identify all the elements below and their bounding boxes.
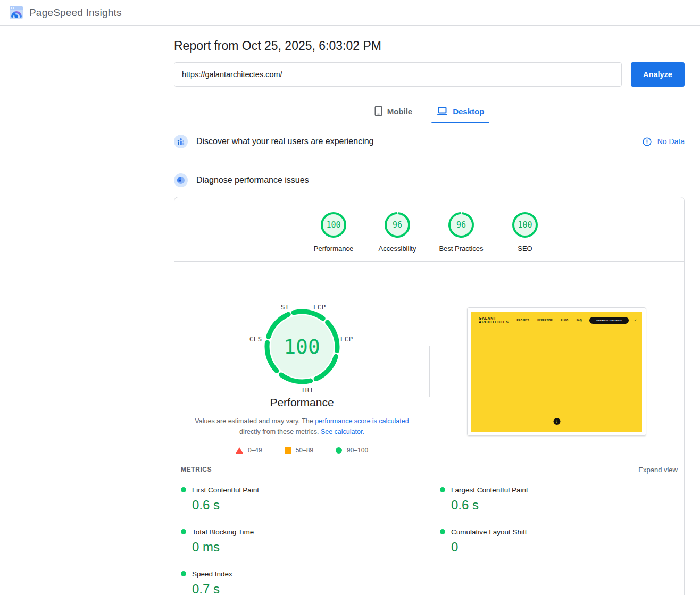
expand-view-toggle[interactable]: Expand view <box>638 466 678 474</box>
site-links: PROJETS EXPERTISE BLOG FAQ <box>516 319 582 322</box>
category-seo[interactable]: 100 SEO <box>493 210 557 253</box>
tab-mobile[interactable]: Mobile <box>369 103 418 122</box>
legend-average-range: 50–89 <box>296 447 313 454</box>
category-scores: 100 Performance 96 Accessibility <box>174 197 684 253</box>
performance-label: Performance <box>302 245 365 253</box>
metric-cls-value: 0 <box>451 540 678 555</box>
url-input[interactable] <box>174 62 622 87</box>
legend-fail: 0–49 <box>236 447 262 454</box>
orange-square-icon <box>285 447 291 454</box>
metric-pass-dot <box>440 529 445 534</box>
metric-tbt-name: Total Blocking Time <box>192 528 254 536</box>
tab-desktop-label: Desktop <box>453 107 484 116</box>
device-tabs: Mobile Desktop <box>174 103 685 122</box>
metric-fcp: First Contentful Paint 0.6 s <box>181 479 419 521</box>
field-data-section: Discover what your real users are experi… <box>174 135 685 148</box>
tab-mobile-label: Mobile <box>387 107 413 116</box>
gauge-column: SI FCP CLS LCP TBT 100 Performance Value… <box>174 262 429 454</box>
disclaimer: Values are estimated and may vary. The p… <box>187 416 417 438</box>
site-cta-button: DEMANDEZ UN DEVIS <box>589 317 629 324</box>
metric-fcp-name: First Contentful Paint <box>192 486 259 494</box>
site-preview: GALANT ARCHITECTES PROJETS EXPERTISE BLO… <box>471 312 642 432</box>
disclaimer-text-1: Values are estimated and may vary. The <box>195 417 315 425</box>
metric-lcp-value: 0.6 s <box>451 498 678 513</box>
performance-panel: SI FCP CLS LCP TBT 100 Performance Value… <box>174 262 684 454</box>
gauge-score: 100 <box>257 301 347 392</box>
info-icon <box>643 137 652 146</box>
metric-si: Speed Index 0.7 s <box>181 563 419 595</box>
category-best-practices[interactable]: 96 Best Practices <box>429 210 493 253</box>
performance-score: 100 <box>319 210 348 240</box>
metric-pass-dot <box>181 529 186 534</box>
site-brand: GALANT ARCHITECTES <box>479 316 509 324</box>
seo-score: 100 <box>510 210 540 240</box>
app-title: PageSpeed Insights <box>29 7 122 19</box>
category-accessibility[interactable]: 96 Accessibility <box>365 210 429 253</box>
report-title: Report from Oct 25, 2025, 6:03:02 PM <box>174 39 685 53</box>
screenshot-column: GALANT ARCHITECTES PROJETS EXPERTISE BLO… <box>429 262 684 454</box>
metric-tbt: Total Blocking Time 0 ms <box>181 521 419 563</box>
mobile-phone-icon <box>374 106 382 116</box>
metric-empty-cell <box>440 563 678 595</box>
desktop-laptop-icon <box>437 106 448 116</box>
diagnose-gauge-icon <box>174 173 188 187</box>
site-nav: GALANT ARCHITECTES PROJETS EXPERTISE BLO… <box>471 312 642 324</box>
report-card: 100 Performance 96 Accessibility <box>174 197 685 595</box>
tab-desktop[interactable]: Desktop <box>431 103 489 122</box>
site-link: FAQ <box>577 319 582 322</box>
metric-si-name: Speed Index <box>192 570 232 578</box>
real-users-icon <box>174 135 188 148</box>
metric-pass-dot <box>181 487 186 492</box>
field-data-title: Discover what your real users are experi… <box>196 137 373 146</box>
score-calc-link[interactable]: performance score is calculated <box>315 417 409 425</box>
metric-pass-dot <box>181 571 186 576</box>
page-screenshot-thumbnail[interactable]: GALANT ARCHITECTES PROJETS EXPERTISE BLO… <box>467 307 646 436</box>
legend-pass: 90–100 <box>336 447 368 454</box>
green-circle-icon <box>336 447 342 454</box>
best-practices-score: 96 <box>446 210 476 240</box>
disclaimer-text-2: directly from these metrics. <box>239 428 321 435</box>
app-header: PageSpeed Insights <box>0 0 700 26</box>
metrics-heading: METRICS <box>181 466 212 473</box>
site-link: EXPERTISE <box>537 319 553 322</box>
site-link: PROJETS <box>516 319 529 322</box>
pagespeed-logo-icon[interactable] <box>9 5 23 20</box>
metric-lcp: Largest Contentful Paint 0.6 s <box>440 479 678 521</box>
accessibility-score: 96 <box>382 210 412 240</box>
red-triangle-icon <box>236 447 243 454</box>
gauge-title: Performance <box>174 396 429 409</box>
legend-average: 50–89 <box>285 447 313 454</box>
best-practices-label: Best Practices <box>429 245 493 253</box>
section-divider <box>174 157 685 157</box>
score-legend: 0–49 50–89 90–100 <box>174 447 429 454</box>
metric-pass-dot <box>440 487 445 492</box>
metric-fcp-value: 0.6 s <box>192 498 419 513</box>
lab-title: Diagnose performance issues <box>196 175 309 185</box>
no-data-link[interactable]: No Data <box>643 137 685 146</box>
legend-fail-range: 0–49 <box>248 447 262 454</box>
see-calculator-link[interactable]: See calculator. <box>321 428 364 435</box>
scroll-down-icon: ↓ <box>553 418 560 425</box>
category-performance[interactable]: 100 Performance <box>302 210 365 253</box>
legend-pass-range: 90–100 <box>347 447 368 454</box>
metrics-header: METRICS Expand view <box>181 466 678 474</box>
url-row: Analyze <box>174 62 685 87</box>
analyze-button[interactable]: Analyze <box>631 62 685 87</box>
site-link: BLOG <box>561 319 569 322</box>
metric-lcp-name: Largest Contentful Paint <box>451 486 528 494</box>
no-data-label: No Data <box>657 137 685 146</box>
metric-cls: Cumulative Layout Shift 0 <box>440 521 678 563</box>
accessibility-label: Accessibility <box>365 245 429 253</box>
performance-gauge[interactable]: SI FCP CLS LCP TBT 100 <box>241 289 363 395</box>
lab-section: Diagnose performance issues <box>174 173 685 187</box>
metric-tbt-value: 0 ms <box>192 540 419 555</box>
seo-label: SEO <box>493 245 557 253</box>
phone-icon: ✓ <box>634 319 637 322</box>
metrics-grid: First Contentful Paint 0.6 s Largest Con… <box>181 479 678 595</box>
metric-si-value: 0.7 s <box>192 582 419 595</box>
vertical-divider <box>429 346 430 397</box>
metric-cls-name: Cumulative Layout Shift <box>451 528 527 536</box>
